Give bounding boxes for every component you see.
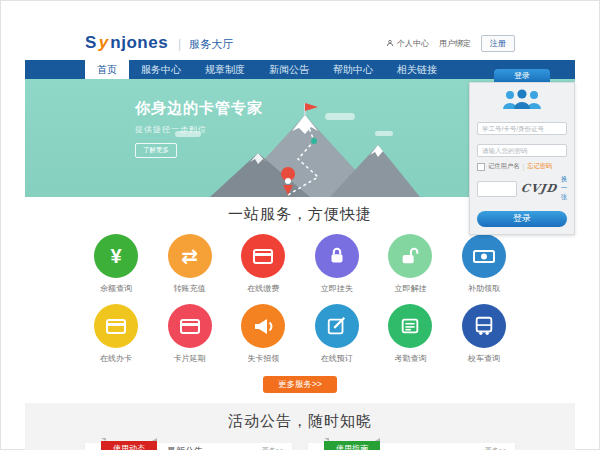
transfer-icon: ⇄ [181, 246, 198, 266]
captcha-refresh-link[interactable]: 换一张 [561, 175, 567, 202]
service-subsidy[interactable]: 补助领取 [453, 234, 515, 294]
services-row-1: ¥ 余额查询 ⇄ 转账充值 在线缴费 [85, 234, 515, 294]
user-bind-label: 用户绑定 [439, 38, 471, 49]
login-panel: 登录 记住用户名 | 忘记密码 [469, 69, 575, 235]
remember-label: 记住用户名 [488, 162, 519, 171]
service-unfreeze[interactable]: 立即解挂 [379, 234, 441, 294]
service-pay-online[interactable]: 在线缴费 [232, 234, 294, 294]
hero-banner: 你身边的卡管专家 提供捷径一步到位 了解更多 登录 [25, 79, 575, 197]
hero-cta-button[interactable]: 了解更多 [135, 143, 177, 158]
logo-text-rest: njones [110, 33, 168, 53]
login-tab[interactable]: 登录 [494, 69, 550, 82]
unlock-icon [399, 245, 421, 267]
more-link[interactable]: 更多>> [262, 443, 284, 450]
list-icon [399, 315, 421, 337]
bank-card-icon [178, 314, 202, 338]
service-attendance[interactable]: 考勤查询 [379, 304, 441, 364]
nav-item-home[interactable]: 首页 [85, 60, 129, 79]
logo-text: S [85, 33, 97, 53]
usage-news-panel: 使用动态 最新公告 更多>> [85, 443, 292, 450]
hero-title: 你身边的卡管专家 [135, 99, 263, 118]
options-separator: | [522, 163, 524, 170]
latest-announcements-tab[interactable]: 最新公告 [167, 443, 203, 450]
announcements-section: 活动公告，随时知晓 使用动态 最新公告 更多>> 使用指南 更多>> [25, 403, 575, 450]
usage-news-ribbon-tab[interactable]: 使用动态 [101, 441, 157, 450]
bus-icon [473, 315, 495, 337]
service-transfer[interactable]: ⇄ 转账充值 [159, 234, 221, 294]
page: S y njones | 服务大厅 个人中心 用户绑定 注册 [25, 26, 575, 450]
logo[interactable]: S y njones | 服务大厅 [85, 33, 233, 53]
yen-icon: ¥ [110, 246, 121, 266]
services-row-2: 在线办卡 卡片延期 失卡招领 [85, 304, 515, 364]
logo-accent: y [99, 33, 108, 53]
username-input[interactable] [477, 122, 567, 135]
service-label: 卡片延期 [159, 353, 221, 364]
header-links: 个人中心 用户绑定 注册 [386, 35, 515, 52]
screenshot-frame: S y njones | 服务大厅 个人中心 用户绑定 注册 [0, 0, 600, 450]
service-label: 校车查询 [453, 353, 515, 364]
user-bind-link[interactable]: 用户绑定 [439, 38, 471, 49]
service-lost-found[interactable]: 失卡招领 [232, 304, 294, 364]
service-label: 立即挂失 [306, 283, 368, 294]
service-label: 转账充值 [159, 283, 221, 294]
register-button[interactable]: 注册 [481, 35, 515, 52]
bank-card-icon [251, 244, 275, 268]
service-label: 立即解挂 [379, 283, 441, 294]
service-label: 考勤查询 [379, 353, 441, 364]
site-name: 服务大厅 [189, 37, 233, 52]
remember-checkbox[interactable] [477, 163, 485, 171]
nav-item-news[interactable]: 新闻公告 [257, 60, 321, 79]
service-label: 余额查询 [85, 283, 147, 294]
service-balance[interactable]: ¥ 余额查询 [85, 234, 147, 294]
service-report-loss[interactable]: 立即挂失 [306, 234, 368, 294]
nav-item-service-center[interactable]: 服务中心 [129, 60, 193, 79]
personal-center-link[interactable]: 个人中心 [386, 38, 429, 49]
service-label: 在线缴费 [232, 283, 294, 294]
usage-guide-panel: 使用指南 更多>> [308, 443, 515, 450]
captcha-input[interactable] [477, 181, 517, 197]
bank-card-icon [104, 314, 128, 338]
users-avatar-icon [477, 89, 567, 113]
more-link[interactable]: 更多>> [485, 443, 507, 450]
announcements-title: 活动公告，随时知晓 [25, 412, 575, 431]
service-card-extend[interactable]: 卡片延期 [159, 304, 221, 364]
more-services-button[interactable]: 更多服务>> [263, 376, 337, 393]
megaphone-icon [251, 314, 275, 338]
nav-item-links[interactable]: 相关链接 [385, 60, 449, 79]
usage-guide-ribbon-tab[interactable]: 使用指南 [324, 441, 380, 450]
forgot-password-link[interactable]: 忘记密码 [527, 162, 552, 171]
login-button[interactable]: 登录 [477, 211, 567, 227]
edit-icon [326, 315, 348, 337]
service-label: 失卡招领 [232, 353, 294, 364]
nav-item-rules[interactable]: 规章制度 [193, 60, 257, 79]
service-booking[interactable]: 在线预订 [306, 304, 368, 364]
user-icon [386, 39, 394, 47]
personal-center-label: 个人中心 [397, 38, 429, 49]
service-label: 补助领取 [453, 283, 515, 294]
service-label: 在线预订 [306, 353, 368, 364]
hero-subtitle: 提供捷径一步到位 [135, 124, 263, 135]
header: S y njones | 服务大厅 个人中心 用户绑定 注册 [25, 26, 575, 60]
service-apply-card[interactable]: 在线办卡 [85, 304, 147, 364]
service-label: 在线办卡 [85, 353, 147, 364]
hero-text: 你身边的卡管专家 提供捷径一步到位 了解更多 [135, 99, 263, 158]
banknote-icon [472, 244, 496, 268]
captcha-image[interactable]: CVJD [520, 182, 558, 195]
logo-divider: | [178, 37, 181, 51]
service-school-bus[interactable]: 校车查询 [453, 304, 515, 364]
nav-item-help[interactable]: 帮助中心 [321, 60, 385, 79]
lock-icon [326, 245, 348, 267]
password-input[interactable] [477, 144, 567, 157]
